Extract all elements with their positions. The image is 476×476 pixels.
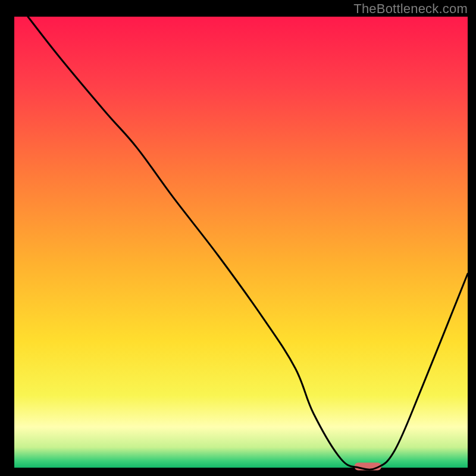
bottleneck-chart: TheBottleneck.com xyxy=(0,0,476,476)
attribution-label: TheBottleneck.com xyxy=(353,1,468,17)
chart-canvas xyxy=(0,0,476,476)
